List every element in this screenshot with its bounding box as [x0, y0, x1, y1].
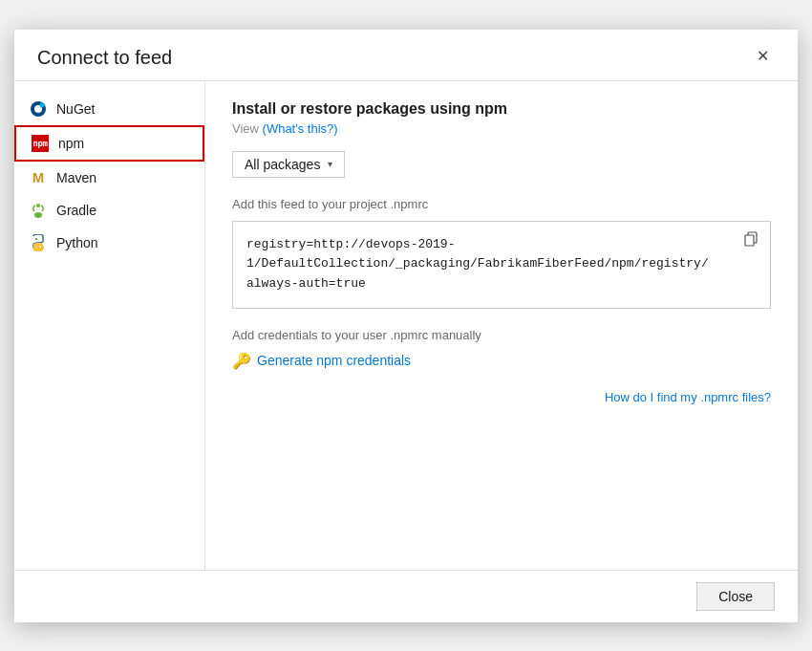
dropdown-label: All packages	[245, 157, 320, 172]
sidebar-item-nuget[interactable]: NuGet	[14, 93, 204, 125]
close-button[interactable]: Close	[696, 582, 775, 611]
svg-point-6	[39, 246, 41, 248]
nuget-icon	[30, 100, 47, 118]
find-npmrc-row: How do I find my .npmrc files?	[232, 389, 771, 404]
svg-point-5	[35, 238, 37, 240]
dialog-title: Connect to feed	[37, 47, 172, 69]
svg-point-2	[40, 102, 45, 107]
dialog-close-x-button[interactable]: ✕	[751, 47, 775, 66]
sidebar-item-nuget-label: NuGet	[56, 101, 95, 117]
python-icon	[30, 234, 47, 251]
connect-to-feed-dialog: Connect to feed ✕ NuGet npm npm	[14, 30, 798, 622]
sidebar-item-gradle-label: Gradle	[56, 203, 96, 218]
dialog-body: NuGet npm npm M Maven	[14, 80, 798, 570]
main-content: Install or restore packages using npm Vi…	[205, 81, 798, 570]
key-icon: 🔑	[232, 352, 251, 370]
npm-icon: npm	[32, 135, 49, 152]
generate-npm-credentials-link[interactable]: 🔑 Generate npm credentials	[232, 352, 411, 370]
gradle-icon	[30, 202, 47, 219]
svg-point-4	[36, 204, 40, 207]
code-block: registry=http://devops-2019-1/DefaultCol…	[232, 221, 771, 309]
credentials-label: Add credentials to your user .npmrc manu…	[232, 328, 771, 342]
view-link-row: View (What's this?)	[232, 121, 771, 136]
sidebar-item-maven-label: Maven	[56, 170, 96, 185]
copy-button[interactable]	[739, 229, 762, 252]
sidebar-item-npm[interactable]: npm npm	[14, 125, 204, 162]
chevron-down-icon: ▾	[328, 159, 332, 169]
add-feed-label: Add this feed to your project .npmrc	[232, 197, 771, 211]
maven-icon: M	[30, 169, 47, 186]
dialog-footer: Close	[14, 570, 798, 622]
sidebar: NuGet npm npm M Maven	[14, 81, 205, 570]
code-text: registry=http://devops-2019-1/DefaultCol…	[246, 237, 709, 292]
svg-point-3	[34, 212, 42, 218]
main-section-title: Install or restore packages using npm	[232, 100, 771, 118]
view-prefix: View	[232, 121, 263, 136]
sidebar-item-python[interactable]: Python	[14, 227, 204, 259]
generate-link-label: Generate npm credentials	[257, 353, 411, 368]
whats-this-link[interactable]: (What's this?)	[263, 121, 338, 136]
find-npmrc-link[interactable]: How do I find my .npmrc files?	[605, 390, 771, 404]
svg-rect-8	[745, 235, 754, 246]
sidebar-item-npm-label: npm	[58, 136, 84, 151]
dialog-header: Connect to feed ✕	[14, 30, 798, 80]
sidebar-item-maven[interactable]: M Maven	[14, 162, 204, 194]
sidebar-item-gradle[interactable]: Gradle	[14, 194, 204, 227]
all-packages-dropdown[interactable]: All packages ▾	[232, 151, 345, 178]
sidebar-item-python-label: Python	[56, 235, 98, 250]
